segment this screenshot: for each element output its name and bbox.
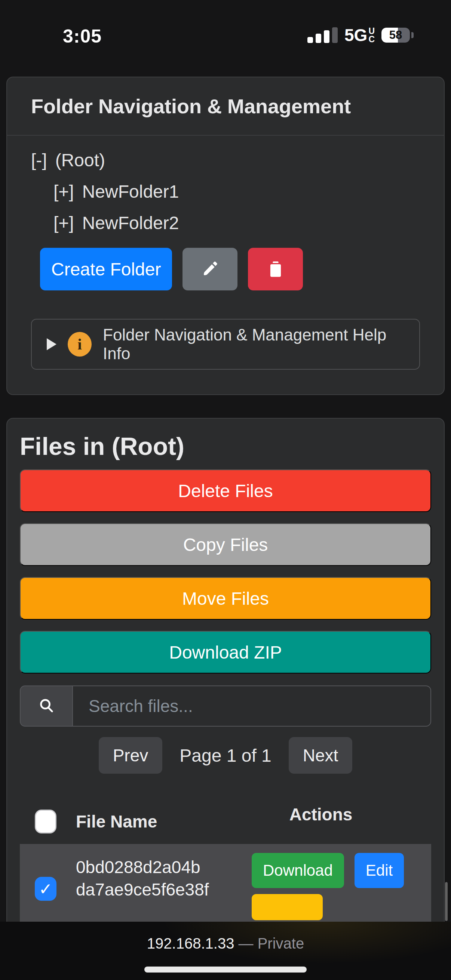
pencil-icon — [201, 259, 220, 280]
delete-folder-button[interactable] — [248, 248, 303, 290]
page-indicator: Page 1 of 1 — [180, 745, 271, 766]
network-type-label: 5G U C — [344, 27, 375, 43]
tree-toggle-expand[interactable]: [+] — [54, 181, 74, 202]
delete-files-button[interactable]: Delete Files — [20, 469, 431, 512]
select-all-checkbox[interactable] — [35, 810, 56, 834]
rename-folder-button[interactable] — [183, 248, 237, 290]
tree-item-newfolder1[interactable]: [+]NewFolder1 — [31, 178, 420, 205]
next-page-button[interactable]: Next — [289, 737, 353, 774]
file-search-group — [20, 686, 431, 727]
tree-label[interactable]: NewFolder1 — [82, 181, 179, 202]
url-host: 192.168.1.33 — [147, 935, 234, 951]
battery-icon: 58 — [381, 28, 410, 43]
download-file-button[interactable]: Download — [252, 853, 344, 888]
row-checkbox[interactable] — [35, 877, 56, 901]
search-icon — [38, 697, 55, 715]
tree-label[interactable]: (Root) — [55, 150, 105, 170]
edit-file-button[interactable]: Edit — [354, 853, 404, 888]
warning-action-button-partial[interactable] — [252, 894, 323, 920]
status-time: 3:05 — [63, 25, 102, 47]
tree-item-newfolder2[interactable]: [+]NewFolder2 — [31, 210, 420, 237]
privacy-label: — Private — [239, 935, 304, 951]
download-zip-button[interactable]: Download ZIP — [20, 631, 431, 673]
folder-card-body: [-](Root) [+]NewFolder1 [+]NewFolder2 Cr… — [7, 136, 444, 370]
tree-item-root[interactable]: [-](Root) — [31, 147, 420, 174]
move-files-button[interactable]: Move Files — [20, 577, 431, 620]
status-icons: 5G U C 58 — [308, 27, 414, 43]
create-folder-button[interactable]: Create Folder — [40, 248, 172, 290]
pagination: Prev Page 1 of 1 Next — [20, 737, 431, 774]
search-input[interactable] — [72, 686, 431, 727]
info-icon — [68, 332, 92, 356]
folder-actions-row: Create Folder — [40, 248, 420, 290]
prev-page-button[interactable]: Prev — [99, 737, 163, 774]
tree-toggle-collapse[interactable]: [-] — [31, 150, 47, 170]
files-card: Files in (Root) Delete Files Copy Files … — [6, 418, 445, 941]
page-scrollbar-thumb — [445, 882, 448, 921]
files-card-title: Files in (Root) — [20, 432, 431, 460]
file-name-column-header: File Name — [76, 811, 252, 832]
battery-percent: 58 — [381, 28, 410, 43]
folder-card-header: Folder Navigation & Management — [7, 77, 444, 136]
folder-management-card: Folder Navigation & Management [-](Root)… — [6, 76, 445, 395]
copy-files-button[interactable]: Copy Files — [20, 523, 431, 566]
safari-bottom-bar: 192.168.1.33 — Private — [0, 922, 451, 980]
file-table-header: File Name Actions — [20, 799, 431, 844]
search-addon — [20, 686, 72, 727]
iphone-screen: 3:05 5G U C 58 Folder Navigation & Manag… — [0, 0, 451, 980]
tree-toggle-expand[interactable]: [+] — [54, 213, 74, 233]
folder-help-label: Folder Navigation & Management Help Info — [103, 326, 404, 363]
actions-column-header: Actions — [252, 804, 431, 824]
trash-icon — [266, 259, 285, 280]
folder-card-title: Folder Navigation & Management — [31, 95, 351, 118]
expand-arrow-icon — [47, 338, 56, 350]
address-bar[interactable]: 192.168.1.33 — Private — [0, 922, 451, 952]
folder-help-accordion[interactable]: Folder Navigation & Management Help Info — [31, 319, 420, 370]
home-indicator[interactable] — [144, 967, 307, 972]
battery-nub — [411, 32, 414, 38]
tree-label[interactable]: NewFolder2 — [82, 213, 179, 233]
signal-strength-icon — [308, 27, 338, 43]
